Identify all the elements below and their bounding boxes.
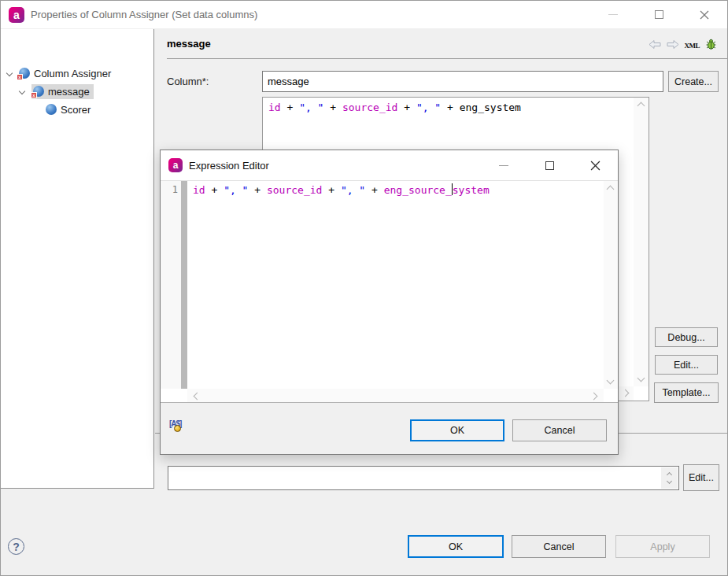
tree-item-column-assigner[interactable]: x Column Assigner: [7, 65, 111, 81]
forward-button[interactable]: [667, 39, 679, 52]
chevron-expanded-icon[interactable]: [19, 88, 25, 94]
cancel-button[interactable]: Cancel: [512, 535, 606, 558]
window-titlebar: a Properties of Column Assigner (Set dat…: [1, 1, 727, 28]
dialog-ok-button[interactable]: OK: [410, 419, 504, 441]
xml-view-button[interactable]: XML: [685, 42, 700, 50]
scroll-up-button[interactable]: [604, 183, 617, 196]
column-input[interactable]: [262, 71, 663, 92]
tree-item-label: Column Assigner: [34, 68, 111, 79]
dialog-code-editor[interactable]: 1 id + ", " + source_id + ", " + eng_sou…: [161, 180, 618, 404]
line-number-gutter: 1: [161, 181, 181, 389]
edit-button[interactable]: Edit...: [655, 355, 718, 375]
header-toolbar: XML: [649, 39, 718, 53]
component-error-icon: x: [33, 86, 44, 97]
properties-window: a Properties of Column Assigner (Set dat…: [0, 0, 728, 576]
window-title: Properties of Column Assigner (Set data …: [31, 9, 257, 20]
component-tree: x Column Assigner x message Scorer: [1, 29, 154, 489]
minimize-icon: [499, 165, 508, 166]
back-button[interactable]: [649, 39, 661, 52]
dialog-minimize-button[interactable]: [481, 150, 527, 180]
close-icon: [590, 161, 601, 171]
tree-item-message[interactable]: x message: [20, 83, 94, 99]
page-title: message: [167, 38, 211, 50]
back-arrow-icon: [649, 39, 661, 50]
create-button[interactable]: Create...: [668, 71, 719, 92]
minimize-icon: [608, 14, 618, 15]
chevron-expanded-icon[interactable]: [6, 70, 13, 76]
forward-arrow-icon: [667, 39, 679, 50]
maximize-button[interactable]: [636, 1, 682, 28]
tree-item-label: Scorer: [61, 104, 91, 116]
debug-button[interactable]: Debug...: [655, 327, 718, 347]
help-button[interactable]: ?: [8, 538, 24, 555]
tree-item-scorer[interactable]: Scorer: [46, 102, 91, 117]
maximize-icon: [655, 10, 663, 19]
dialog-expression-code: id + ", " + source_id + ", " + eng_sourc…: [193, 183, 490, 196]
dialog-close-button[interactable]: [572, 150, 618, 180]
expression-vscrollbar[interactable]: [634, 98, 649, 386]
window-controls: [590, 1, 727, 28]
variables-helper-button[interactable]: [A$]: [169, 417, 187, 436]
component-error-icon: x: [19, 68, 30, 79]
debug-bug-button[interactable]: [705, 39, 717, 53]
scroll-up-button[interactable]: [634, 99, 648, 113]
scroll-down-button[interactable]: [634, 371, 648, 385]
close-button[interactable]: [682, 1, 727, 28]
tree-item-label: message: [48, 86, 90, 98]
bug-icon: [705, 39, 717, 50]
dialog-maximize-button[interactable]: [527, 150, 572, 180]
dialog-cancel-button[interactable]: Cancel: [512, 419, 607, 441]
dialog-titlebar: a Expression Editor: [161, 150, 618, 180]
gutter-strip: [181, 181, 187, 389]
spinner-up-button[interactable]: [667, 472, 672, 478]
scroll-right-button[interactable]: [619, 386, 632, 400]
ok-button[interactable]: OK: [408, 535, 504, 558]
dialog-controls: [481, 150, 618, 180]
scroll-right-button[interactable]: [587, 390, 601, 403]
scroll-left-button[interactable]: [190, 390, 204, 403]
column-label: Column*:: [167, 76, 209, 87]
expression-editor-dialog: a Expression Editor 1 id + ", " + source…: [160, 150, 619, 455]
template-button[interactable]: Template...: [654, 382, 719, 403]
app-icon: a: [168, 158, 183, 172]
apply-button[interactable]: Apply: [615, 535, 710, 558]
bee-icon: [174, 425, 181, 432]
maximize-icon: [545, 161, 554, 170]
header-separator: [167, 58, 727, 59]
app-icon: a: [9, 7, 24, 23]
editor-vscrollbar[interactable]: [604, 181, 618, 389]
component-icon: [46, 104, 57, 115]
dialog-title: Expression Editor: [189, 160, 269, 172]
value-spinner: [661, 467, 678, 489]
main-expression-code: id + ", " + source_id + ", " + eng_syste…: [268, 102, 521, 113]
close-icon: [700, 10, 709, 20]
selected-tree-item: x message: [31, 84, 94, 99]
spinner-down-button[interactable]: [667, 478, 672, 484]
bottom-edit-button[interactable]: Edit...: [683, 464, 719, 491]
minimize-button[interactable]: [590, 1, 636, 28]
scroll-down-button[interactable]: [604, 374, 617, 387]
dialog-button-bar: [A$] OK Cancel: [161, 402, 618, 454]
bottom-value-field[interactable]: [168, 466, 679, 490]
